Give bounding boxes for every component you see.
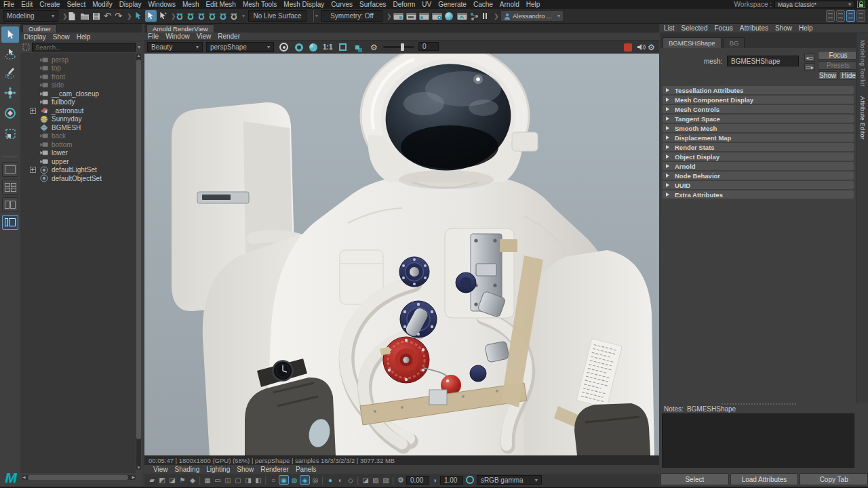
vp-menu-lighting[interactable]: Lighting — [203, 466, 233, 473]
field-chart-icon[interactable]: ◨ — [243, 476, 253, 484]
user-account-menu[interactable]: Alessandro ... — [500, 10, 564, 22]
menu-modify[interactable]: Modify — [89, 0, 115, 9]
symmetry-field[interactable]: Symmetry: Off — [321, 10, 382, 22]
focus-button[interactable]: Focus — [818, 51, 859, 60]
outliner-item-front[interactable]: front — [20, 73, 136, 81]
outliner-item-side[interactable]: side — [20, 81, 136, 89]
mesh-name-input[interactable] — [727, 56, 799, 66]
bookmark-icon[interactable]: ◩ — [157, 476, 167, 484]
next-node-icon[interactable]: ▭▸ — [804, 63, 815, 71]
outliner-item-sunnyday[interactable]: Sunnyday — [20, 115, 136, 123]
all-lights-icon[interactable]: ◐ — [336, 476, 345, 484]
expand-divider[interactable]: ❯ — [125, 10, 134, 22]
menu-mesh-display[interactable]: Mesh Display — [280, 0, 328, 9]
snap-options-arrow[interactable]: ▾ — [241, 10, 246, 22]
notes-resize-handle[interactable] — [722, 403, 796, 405]
vp-menu-panels[interactable]: Panels — [292, 466, 320, 473]
material-mode-icon[interactable]: ◈ — [300, 475, 310, 485]
paint-icon[interactable]: ◆ — [188, 476, 197, 484]
ae-menu-attributes[interactable]: Attributes — [736, 24, 772, 32]
menu-select[interactable]: Select — [63, 0, 89, 9]
vp-menu-view[interactable]: View — [150, 466, 172, 473]
section-mesh-controls[interactable]: Mesh Controls — [663, 105, 854, 113]
ae-menu-list[interactable]: List — [660, 24, 678, 32]
ipr-render-icon[interactable] — [406, 10, 416, 22]
lasso-tool-icon[interactable] — [1, 45, 19, 62]
exposure-field[interactable]: 0.00 — [406, 476, 429, 485]
scale-tool-icon[interactable] — [1, 125, 19, 142]
stop-render-icon[interactable] — [624, 42, 632, 52]
gate-mask-icon[interactable]: ▢ — [233, 476, 243, 484]
rotate-tool-icon[interactable] — [1, 105, 19, 121]
vp-menu-shading[interactable]: Shading — [172, 466, 203, 473]
menu-cache[interactable]: Cache — [470, 0, 496, 9]
xray-icon[interactable]: ▧ — [371, 476, 380, 484]
outliner-item-bgmesh[interactable]: BGMESH — [20, 123, 136, 131]
search-filter-arrow[interactable]: ▾ — [138, 44, 140, 50]
layout-single-pane-button[interactable] — [2, 162, 18, 177]
outliner-item-lower[interactable]: lower — [20, 149, 136, 157]
aov-dropdown[interactable]: Beauty — [147, 42, 203, 52]
outliner-tab[interactable]: Outliner — [22, 24, 57, 33]
debug-slider[interactable] — [383, 42, 414, 52]
image-plane-icon[interactable]: ◪ — [167, 476, 177, 484]
isolate-select-icon[interactable]: ◪ — [361, 476, 370, 484]
ae-tab-bg[interactable]: BG — [724, 37, 745, 48]
workspace-dropdown[interactable]: Maya Classic* — [774, 1, 854, 8]
light-editor-icon[interactable] — [457, 10, 467, 22]
toggle-outliner-icon[interactable] — [826, 10, 835, 22]
render-settings-icon[interactable] — [432, 10, 442, 22]
zoom-1-1-button[interactable]: 1:1 — [323, 42, 332, 52]
menu-surfaces[interactable]: Surfaces — [356, 0, 389, 9]
outliner-menu-help[interactable]: Help — [73, 33, 94, 41]
snap-view-plane-icon[interactable]: Ω — [220, 10, 226, 22]
start-render-icon[interactable] — [279, 42, 288, 52]
snap-projected-center-icon[interactable]: Ω — [209, 10, 216, 22]
section-arnold[interactable]: Arnold — [663, 162, 854, 170]
filter-icon[interactable] — [22, 43, 30, 51]
rv-menu-window[interactable]: Window — [162, 33, 193, 40]
sidetab-modeling-toolkit[interactable]: Modeling Toolkit — [859, 40, 866, 87]
select-tool-icon[interactable] — [1, 26, 19, 43]
move-tool-icon[interactable] — [1, 85, 19, 101]
section-tessellation-attributes[interactable]: Tessellation Attributes — [663, 86, 854, 94]
ai-denoise-icon[interactable]: ⚙ — [370, 42, 378, 52]
open-scene-icon[interactable] — [80, 10, 90, 22]
paint-select-tool-icon[interactable] — [1, 64, 19, 81]
snap-grid-icon[interactable]: Ω — [176, 10, 183, 22]
section-node-behavior[interactable]: Node Behavior — [663, 171, 854, 180]
outliner-item-cam-closeup[interactable]: __cam_closeup — [20, 89, 136, 98]
menu-generate[interactable]: Generate — [435, 0, 470, 9]
section-object-display[interactable]: Object Display — [663, 152, 854, 161]
menu-create[interactable]: Create — [36, 0, 63, 9]
region-render-icon[interactable] — [339, 42, 347, 52]
menu-windows[interactable]: Windows — [144, 0, 179, 9]
debug-shading-icon[interactable] — [295, 42, 303, 52]
expand-toggle[interactable] — [30, 108, 36, 114]
wireframe-on-shaded-icon[interactable]: ◎ — [311, 476, 320, 484]
previous-node-icon[interactable]: ◂▭ — [804, 54, 815, 62]
redo-icon[interactable]: ↷ — [115, 10, 122, 22]
menu-curves[interactable]: Curves — [328, 0, 356, 9]
outliner-item-upper[interactable]: upper — [20, 157, 136, 165]
outliner-horizontal-scrollbar[interactable]: ◀ ▶ — [22, 475, 136, 480]
renderview-tab[interactable]: Arnold RenderView — [146, 24, 214, 33]
section-tangent-space[interactable]: Tangent Space — [663, 115, 854, 123]
toggle-attribute-editor-icon[interactable] — [846, 10, 855, 22]
safe-action-icon[interactable]: ◧ — [254, 476, 263, 484]
sidetab-attribute-editor[interactable]: Attribute Editor — [859, 96, 866, 140]
outliner-item-fullbody[interactable]: fullbody — [20, 98, 136, 106]
menu-file[interactable]: File — [0, 0, 18, 9]
menu-edit[interactable]: Edit — [18, 0, 36, 9]
camera-icon[interactable]: ▰ — [147, 476, 157, 484]
shaded-mode-icon[interactable]: ◉ — [279, 475, 289, 485]
xray-joints-icon[interactable]: ▨ — [381, 476, 391, 484]
scrollbar-thumb[interactable] — [136, 60, 141, 439]
hypershade-icon[interactable] — [445, 10, 453, 22]
outliner-menu-show[interactable]: Show — [50, 33, 73, 41]
section-extra-attributes[interactable]: Extra Attributes — [663, 190, 854, 199]
layout-two-pane-button[interactable] — [2, 197, 18, 212]
menu-uv[interactable]: UV — [418, 0, 435, 9]
outliner-vertical-scrollbar[interactable]: ▲ ▼ — [136, 54, 141, 470]
outliner-item-persp[interactable]: persp — [20, 56, 136, 64]
